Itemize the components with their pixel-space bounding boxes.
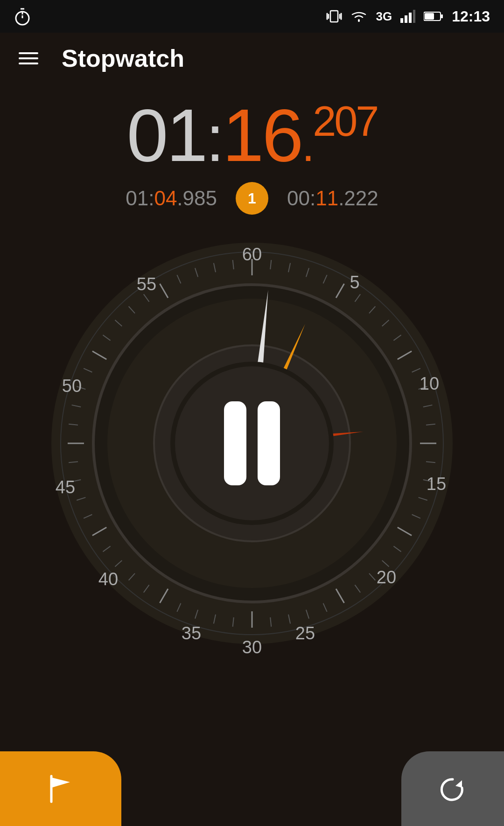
flag-icon [46, 774, 76, 804]
svg-rect-15 [425, 13, 434, 20]
status-right: 3G 12:13 [326, 8, 490, 25]
svg-text:45: 45 [56, 477, 75, 497]
svg-rect-105 [224, 401, 246, 485]
bottom-bar [0, 751, 504, 826]
vibrate-icon [326, 8, 342, 24]
status-bar: 3G 12:13 [0, 0, 504, 33]
svg-text:5: 5 [350, 273, 359, 292]
stopwatch-dial: 60 5 10 15 20 25 30 35 40 45 50 55 1 [0, 229, 504, 658]
lap-left-time: 01:04.985 [126, 187, 217, 210]
app-title: Stopwatch [62, 44, 184, 72]
status-left [14, 7, 31, 26]
lap-button[interactable] [0, 751, 121, 826]
wifi-icon [350, 10, 367, 23]
svg-rect-10 [405, 15, 407, 23]
lap-info-row: 01:04.985 1 00:11.222 [0, 182, 504, 215]
reset-button[interactable] [401, 751, 504, 826]
timer-minutes: 01 [127, 93, 206, 177]
svg-rect-12 [413, 10, 415, 23]
lap-badge: 1 [236, 182, 268, 215]
svg-text:20: 20 [377, 567, 396, 587]
battery-icon [424, 11, 443, 21]
svg-rect-11 [409, 13, 412, 23]
svg-text:55: 55 [137, 274, 156, 294]
svg-text:40: 40 [98, 569, 118, 589]
main-timer: 01:16.207 [0, 98, 504, 173]
stopwatch-status-icon [14, 7, 31, 26]
timer-seconds: 16 [222, 93, 301, 177]
network-label: 3G [376, 9, 392, 24]
dial-svg: 60 5 10 15 20 25 30 35 40 45 50 55 1 [37, 229, 467, 658]
status-time: 12:13 [452, 8, 490, 25]
svg-text:25: 25 [295, 623, 315, 643]
hamburger-menu[interactable] [19, 52, 38, 64]
svg-point-104 [175, 366, 329, 520]
svg-text:35: 35 [182, 623, 201, 643]
svg-text:15: 15 [427, 474, 446, 494]
svg-rect-9 [400, 18, 403, 23]
app-header: Stopwatch [0, 33, 504, 84]
svg-rect-14 [441, 14, 443, 18]
lap-right-time: 00:11.222 [287, 187, 378, 210]
timer-millis: 207 [313, 98, 377, 145]
svg-text:60: 60 [242, 245, 262, 264]
svg-text:30: 30 [242, 637, 262, 657]
svg-text:10: 10 [420, 374, 439, 393]
reset-icon [438, 774, 468, 804]
signal-icon [400, 10, 415, 23]
svg-text:50: 50 [62, 376, 82, 396]
svg-marker-108 [455, 780, 462, 788]
timer-display: 01:16.207 [0, 84, 504, 177]
svg-rect-4 [330, 11, 338, 22]
svg-rect-106 [258, 401, 280, 485]
